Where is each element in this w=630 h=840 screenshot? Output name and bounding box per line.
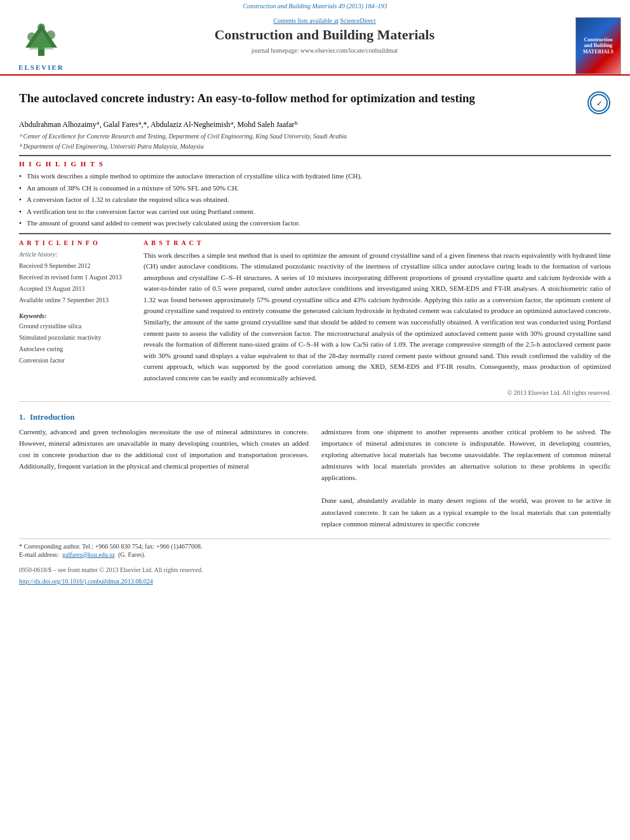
- footnote-email[interactable]: galfares@ksu.edu.sa: [62, 551, 115, 558]
- cover-title-text: Constructionand BuildingMATERIALS: [583, 37, 613, 55]
- introduction-section: 1. Introduction Currently, advanced and …: [19, 412, 611, 530]
- intro-para-right-2: Dune sand, abundantly available in many …: [321, 495, 611, 529]
- abstract-col: A B S T R A C T This work describes a si…: [144, 239, 611, 396]
- issn-line: 0950-0618/$ – see front matter © 2013 El…: [19, 564, 611, 576]
- intro-col-left: Currently, advanced and green technologi…: [19, 426, 309, 530]
- cover-thumbnail: Constructionand BuildingMATERIALS: [575, 17, 621, 74]
- intro-col-right: admixtures from one shipment to another …: [321, 426, 611, 530]
- elsevier-tree-icon: [19, 21, 64, 59]
- crossmark-icon: ✓: [587, 91, 610, 114]
- abstract-text: This work describes a simple test method…: [144, 250, 611, 384]
- footnote-email-label: E-mail address:: [19, 551, 58, 558]
- footnote-area: * Corresponding author. Tel.: +966 560 8…: [19, 538, 611, 558]
- elsevier-logo-area: ELSEVIER: [6, 15, 76, 74]
- journal-main-header: ELSEVIER Contents lists available at Sci…: [0, 11, 630, 74]
- crossmark-badge: ✓: [587, 91, 611, 115]
- article-info-col: A R T I C L E I N F O Article history: R…: [19, 239, 133, 396]
- keyword-3: Autoclave curing: [19, 343, 133, 355]
- sciencedirect-link: Contents lists available at ScienceDirec…: [83, 17, 566, 24]
- highlight-item-3: A conversion factor of 1.32 to calculate…: [19, 194, 611, 206]
- article-title-text: The autoclaved concrete industry: An eas…: [19, 91, 580, 107]
- journal-header: Construction and Building Materials 49 (…: [0, 0, 630, 76]
- footnote-email-suffix: (G. Fares).: [118, 551, 145, 558]
- section-title-text: Introduction: [30, 412, 75, 422]
- divider-before-intro: [19, 401, 611, 402]
- bottom-bar: 0950-0618/$ – see front matter © 2013 El…: [19, 564, 611, 587]
- svg-text:✓: ✓: [596, 100, 602, 107]
- intro-para-left: Currently, advanced and green technologi…: [19, 426, 309, 472]
- elsevier-logo-img: [13, 18, 70, 62]
- received-date: Received 9 September 2012: [19, 260, 133, 272]
- affiliation-a: ᵃ Center of Excellence for Concrete Rese…: [19, 132, 611, 141]
- keyword-4: Conversion factor: [19, 355, 133, 366]
- highlight-item-2: An amount of 38% CH is consumed in a mix…: [19, 182, 611, 194]
- doi-link[interactable]: http://dx.doi.org/10.1016/j.conbuildmat.…: [19, 578, 153, 585]
- highlights-section: H I G H L I G H T S This work describes …: [19, 160, 611, 229]
- received-revised-date: Received in revised form 1 August 2013: [19, 272, 133, 283]
- doi-line: http://dx.doi.org/10.1016/j.conbuildmat.…: [19, 576, 611, 587]
- authors-line: Abdulrahman Alhozaimyᵃ, Galal Faresᵃ,*, …: [19, 120, 611, 130]
- journal-cover-image: Constructionand BuildingMATERIALS: [573, 15, 624, 74]
- top-citation-text: Construction and Building Materials 49 (…: [243, 3, 387, 10]
- keywords-list: Ground crystalline silica Stimulated poz…: [19, 321, 133, 366]
- journal-homepage: journal homepage: www.elsevier.com/locat…: [83, 47, 566, 54]
- intro-para-right: admixtures from one shipment to another …: [321, 426, 611, 484]
- highlight-item-1: This work describes a simple method to o…: [19, 170, 611, 182]
- keyword-1: Ground crystalline silica: [19, 321, 133, 332]
- highlight-item-4: A verification test to the conversion fa…: [19, 206, 611, 218]
- journal-title: Construction and Building Materials: [83, 27, 566, 43]
- svg-point-3: [27, 32, 36, 41]
- highlights-label: H I G H L I G H T S: [19, 160, 611, 168]
- article-history: Article history: Received 9 September 20…: [19, 249, 133, 306]
- divider-after-affiliations: [19, 155, 611, 156]
- become-word: become: [440, 451, 462, 458]
- page: Construction and Building Materials 49 (…: [0, 0, 630, 840]
- divider-after-highlights: [19, 233, 611, 234]
- available-date: Available online 7 September 2013: [19, 295, 133, 306]
- journal-center-info: Contents lists available at ScienceDirec…: [76, 15, 573, 74]
- section-title: 1. Introduction: [19, 412, 611, 422]
- abstract-label: A B S T R A C T: [144, 239, 611, 246]
- footnote-star-note: * Corresponding author. Tel.: +966 560 8…: [19, 543, 611, 550]
- copyright-line: © 2013 Elsevier Ltd. All rights reserved…: [144, 389, 611, 396]
- article-info-abstract-area: A R T I C L E I N F O Article history: R…: [19, 239, 611, 396]
- sciencedirect-prefix: Contents lists available at: [273, 17, 338, 24]
- authors-text: Abdulrahman Alhozaimyᵃ, Galal Faresᵃ,*, …: [19, 120, 298, 129]
- footnote-email-line: E-mail address: galfares@ksu.edu.sa (G. …: [19, 551, 611, 558]
- article-content: The autoclaved concrete industry: An eas…: [0, 76, 630, 594]
- keywords-label: Keywords:: [19, 312, 133, 319]
- article-info-label: A R T I C L E I N F O: [19, 239, 133, 246]
- highlights-list: This work describes a simple method to o…: [19, 170, 611, 229]
- sciencedirect-anchor[interactable]: ScienceDirect: [340, 17, 375, 24]
- intro-two-col: Currently, advanced and green technologi…: [19, 426, 611, 530]
- crossmark-svg: ✓: [589, 93, 608, 112]
- svg-point-4: [46, 30, 55, 39]
- section-number: 1.: [19, 412, 25, 422]
- keyword-2: Stimulated pozzolanic reactivity: [19, 332, 133, 343]
- accepted-date: Accepted 19 August 2013: [19, 283, 133, 295]
- history-title: Article history:: [19, 249, 133, 260]
- highlight-item-5: The amount of ground sand added to cemen…: [19, 217, 611, 229]
- elsevier-text: ELSEVIER: [18, 63, 64, 71]
- affiliation-b: ᵇ Department of Civil Engineering, Unive…: [19, 142, 611, 151]
- journal-citation-bar: Construction and Building Materials 49 (…: [0, 0, 630, 11]
- svg-point-5: [37, 23, 45, 31]
- article-title-area: The autoclaved concrete industry: An eas…: [19, 91, 611, 115]
- keywords-section: Keywords: Ground crystalline silica Stim…: [19, 312, 133, 366]
